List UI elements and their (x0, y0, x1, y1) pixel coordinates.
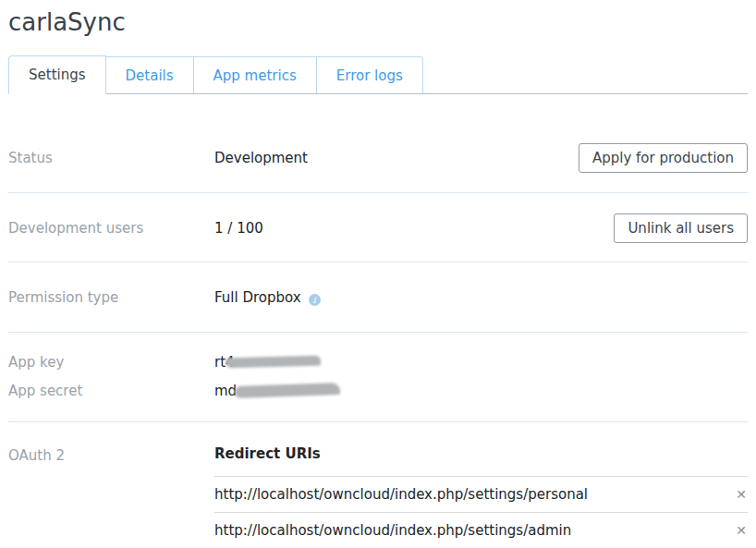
remove-uri-icon[interactable]: ✕ (735, 522, 748, 539)
tab-settings[interactable]: Settings (8, 55, 106, 94)
status-value: Development (214, 149, 579, 167)
redirect-uris-section: Redirect URIs http://localhost/owncloud/… (214, 446, 748, 548)
redirect-uri-row: http://localhost/owncloud/index.php/sett… (214, 513, 748, 548)
app-secret-label: App secret (8, 382, 214, 400)
redirect-uri-text: http://localhost/owncloud/index.php/sett… (214, 486, 588, 503)
development-users-label: Development users (8, 219, 214, 237)
tab-bar: Settings Details App metrics Error logs (8, 56, 748, 94)
app-key-line: App key rt4 (8, 353, 748, 371)
permission-type-text: Full Dropbox (214, 289, 301, 306)
page-title: carlaSync (0, 0, 756, 38)
app-secret-line: App secret md (8, 382, 748, 400)
permission-type-row: Permission type Full Dropboxi (8, 262, 748, 333)
tab-details[interactable]: Details (106, 56, 194, 93)
info-icon[interactable]: i (309, 294, 321, 306)
oauth2-label: OAuth 2 (8, 446, 214, 548)
remove-uri-icon[interactable]: ✕ (735, 486, 748, 503)
redirect-uri-list: http://localhost/owncloud/index.php/sett… (214, 476, 748, 548)
settings-panel: Status Development Apply for production … (8, 94, 748, 548)
app-key-redaction (225, 355, 320, 368)
app-credentials-row: App key rt4 App secret md (8, 333, 748, 422)
tab-app-metrics[interactable]: App metrics (194, 56, 317, 93)
status-row: Status Development Apply for production (8, 94, 748, 193)
development-users-row: Development users 1 / 100 Unlink all use… (8, 193, 748, 262)
permission-type-label: Permission type (8, 288, 214, 307)
app-secret-value: md (214, 382, 748, 400)
tab-error-logs[interactable]: Error logs (317, 56, 423, 93)
oauth2-row: OAuth 2 Redirect URIs http://localhost/o… (8, 422, 748, 548)
app-key-value: rt4 (214, 353, 748, 371)
redirect-uri-row: http://localhost/owncloud/index.php/sett… (214, 477, 748, 513)
redirect-uris-heading: Redirect URIs (214, 446, 748, 462)
permission-type-value: Full Dropboxi (214, 288, 748, 307)
app-key-label: App key (8, 353, 214, 371)
app-secret-prefix: md (214, 383, 237, 399)
status-label: Status (8, 149, 214, 167)
app-secret-redaction (235, 383, 340, 398)
redirect-uri-text: http://localhost/owncloud/index.php/sett… (214, 522, 571, 539)
development-users-value: 1 / 100 (214, 219, 614, 237)
unlink-all-users-button[interactable]: Unlink all users (614, 213, 748, 243)
apply-for-production-button[interactable]: Apply for production (579, 143, 748, 173)
